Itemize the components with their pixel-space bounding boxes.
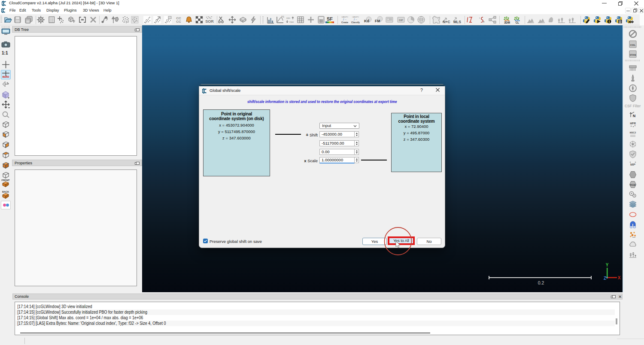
svg-text:BACK: BACK [2, 191, 9, 193]
svg-text:MLS: MLS [453, 20, 461, 24]
svg-text:Classify: Classify [351, 21, 360, 24]
svg-text:ƒ→: ƒ→ [343, 18, 346, 21]
svg-text:RGB: RGB [630, 184, 636, 186]
svg-text:CC: CC [176, 20, 181, 24]
svg-text:Z: Z [604, 276, 606, 281]
svg-text:FRONT: FRONT [2, 179, 10, 182]
svg-text:FM: FM [375, 19, 380, 23]
svg-text:CL: CL [516, 21, 519, 24]
svg-text:N+C: N+C [443, 20, 450, 24]
svg-text:N: N [633, 114, 636, 118]
svg-text:PSD: PSD [281, 15, 284, 18]
svg-text:SF: SF [327, 16, 333, 21]
svg-text:X: X [618, 275, 621, 280]
svg-text:Create: Create [341, 21, 348, 24]
svg-text:SOR: SOR [205, 19, 214, 24]
svg-text:HPR: HPR [630, 122, 636, 125]
svg-text:ƒ→: ƒ→ [353, 18, 357, 21]
svg-text:max: max [289, 21, 294, 23]
svg-text:Kd: Kd [364, 19, 369, 23]
svg-text:STAN: STAN [630, 54, 636, 56]
svg-text:Y: Y [606, 263, 609, 267]
svg-text:GIF: GIF [399, 19, 403, 21]
svg-text:3DM: 3DM [504, 21, 510, 24]
svg-text:COL: COL [630, 44, 636, 46]
svg-text:M3C2: M3C2 [630, 131, 636, 134]
svg-text:min: min [286, 17, 290, 19]
svg-text:auto: auto [3, 75, 9, 79]
svg-text:MP: MP [630, 163, 636, 166]
